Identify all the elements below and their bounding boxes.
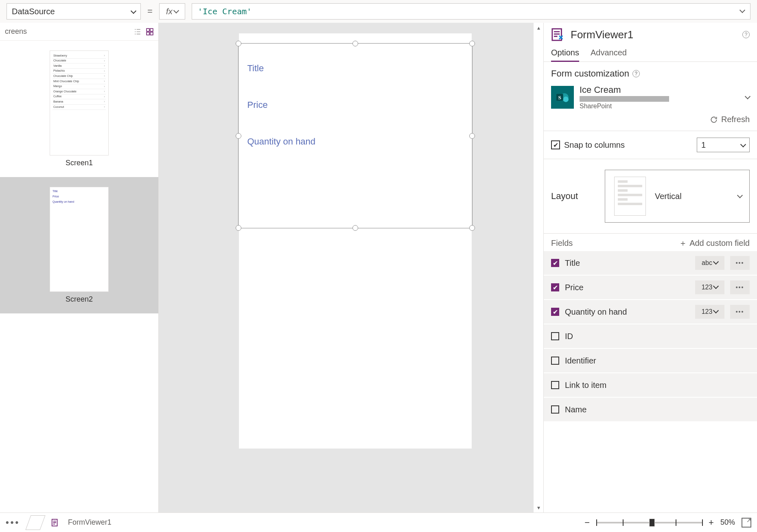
field-row[interactable]: ID bbox=[544, 324, 757, 349]
columns-select[interactable]: 1 bbox=[697, 138, 750, 152]
field-row[interactable]: ✔Titleabc ••• bbox=[544, 251, 757, 276]
layout-selector[interactable]: Vertical bbox=[605, 170, 750, 223]
plus-icon: ＋ bbox=[679, 238, 687, 249]
thumb-list-item: Orange Chocolate› bbox=[53, 89, 106, 94]
properties-pane: FormViewer1 ? Options Advanced Form cust… bbox=[543, 23, 757, 512]
thumb-list-item: Mint Chocolate Chip› bbox=[53, 79, 106, 84]
status-bar: ••• FormViewer1 − + 50% bbox=[0, 512, 757, 532]
fx-button[interactable]: fx bbox=[159, 3, 185, 20]
zoom-out-button[interactable]: − bbox=[584, 517, 590, 528]
checkbox-icon bbox=[551, 381, 559, 389]
field-row[interactable]: ✔Quantity on hand123 ••• bbox=[544, 300, 757, 324]
thumb-list-item: Coconut› bbox=[53, 105, 106, 110]
scroll-up-icon[interactable]: ▴ bbox=[537, 24, 540, 31]
control-name: FormViewer1 bbox=[571, 28, 737, 41]
thumb-list-item: Coffee› bbox=[53, 94, 106, 100]
field-type-selector[interactable]: 123 bbox=[695, 280, 724, 294]
list-view-icon[interactable] bbox=[134, 28, 141, 35]
zoom-in-button[interactable]: + bbox=[709, 517, 714, 528]
canvas[interactable]: Title Price Quantity on hand ▴ ▾ bbox=[159, 23, 543, 512]
chevron-down-icon bbox=[714, 308, 718, 315]
zoom-slider[interactable] bbox=[596, 522, 702, 523]
equals-sign: = bbox=[147, 6, 153, 17]
svg-point-7 bbox=[563, 96, 569, 102]
field-more-button[interactable]: ••• bbox=[730, 256, 750, 270]
field-type-selector[interactable]: abc bbox=[695, 256, 724, 270]
svg-rect-3 bbox=[150, 32, 153, 35]
screen-name: Screen1 bbox=[66, 159, 93, 167]
add-custom-field-button[interactable]: ＋ Add custom field bbox=[679, 238, 750, 249]
datasource-name: Ice Cream bbox=[580, 85, 740, 95]
form-field-label: Quantity on hand bbox=[247, 136, 316, 147]
layout-value: Vertical bbox=[655, 192, 682, 201]
breadcrumb-name: FormViewer1 bbox=[68, 518, 112, 527]
thumb-field-label: Title bbox=[53, 190, 106, 193]
field-more-button[interactable]: ••• bbox=[730, 280, 750, 294]
thumb-list-item: Chocolate› bbox=[53, 59, 106, 64]
help-icon[interactable]: ? bbox=[742, 31, 750, 38]
screen-name: Screen2 bbox=[66, 295, 93, 304]
fx-label: fx bbox=[166, 7, 173, 16]
form-selection[interactable]: Title Price Quantity on hand bbox=[238, 43, 473, 228]
scroll-down-icon[interactable]: ▾ bbox=[537, 504, 540, 511]
svg-rect-1 bbox=[150, 28, 153, 31]
field-name: Link to item bbox=[565, 381, 750, 390]
tab-options[interactable]: Options bbox=[551, 46, 579, 61]
tab-advanced[interactable]: Advanced bbox=[591, 46, 627, 61]
redacted-text bbox=[580, 96, 669, 102]
formula-input[interactable]: 'Ice Cream' bbox=[192, 3, 750, 20]
svg-text:S: S bbox=[558, 94, 561, 101]
canvas-scrollbar[interactable]: ▴ ▾ bbox=[534, 23, 543, 512]
chevron-down-icon bbox=[714, 259, 718, 267]
chevron-down-icon bbox=[746, 93, 750, 102]
fit-to-window-icon[interactable] bbox=[742, 518, 751, 528]
property-selector[interactable]: DataSource bbox=[7, 3, 141, 20]
form-field-label: Price bbox=[247, 100, 268, 110]
breadcrumb-chip[interactable] bbox=[26, 515, 46, 530]
svg-rect-2 bbox=[147, 32, 149, 35]
field-row[interactable]: Identifier bbox=[544, 349, 757, 373]
phone-frame: Title Price Quantity on hand bbox=[239, 33, 472, 449]
resize-handle[interactable] bbox=[352, 41, 358, 46]
checkbox-icon bbox=[551, 405, 559, 414]
screen-thumbnail[interactable]: TitlePriceQuantity on hand Screen2 bbox=[0, 177, 158, 313]
field-name: Price bbox=[565, 283, 689, 292]
resize-handle[interactable] bbox=[236, 133, 241, 139]
field-more-button[interactable]: ••• bbox=[730, 305, 750, 319]
screen-thumbnail[interactable]: Strawberry›Chocolate›Vanilla›Pistachio›C… bbox=[0, 41, 158, 177]
field-row[interactable]: Link to item bbox=[544, 373, 757, 398]
svg-rect-0 bbox=[147, 28, 149, 31]
thumbnail-view-icon[interactable] bbox=[146, 28, 153, 35]
chevron-down-icon bbox=[740, 8, 744, 15]
refresh-button[interactable]: Refresh bbox=[551, 115, 750, 124]
resize-handle[interactable] bbox=[236, 41, 241, 46]
chevron-down-icon bbox=[174, 9, 178, 15]
more-icon[interactable]: ••• bbox=[6, 517, 20, 528]
thumb-list-item: Mango› bbox=[53, 84, 106, 90]
chevron-down-icon bbox=[741, 140, 745, 150]
field-type-selector[interactable]: 123 bbox=[695, 305, 724, 319]
form-customization-label: Form customization bbox=[551, 68, 629, 79]
zoom-control: − + 50% bbox=[584, 517, 751, 528]
columns-value: 1 bbox=[701, 140, 706, 150]
formula-value: 'Ice Cream' bbox=[198, 7, 740, 16]
checkbox-icon: ✔ bbox=[551, 140, 560, 149]
checkbox-icon: ✔ bbox=[551, 283, 559, 291]
resize-handle[interactable] bbox=[236, 225, 241, 231]
resize-handle[interactable] bbox=[469, 225, 475, 231]
field-name: Name bbox=[565, 405, 750, 414]
thumb-list-item: Banana› bbox=[53, 99, 106, 105]
resize-handle[interactable] bbox=[469, 133, 475, 139]
datasource-selector[interactable]: S Ice Cream SharePoint bbox=[551, 85, 750, 110]
thumb-list-item: Pistachio› bbox=[53, 69, 106, 74]
resize-handle[interactable] bbox=[469, 41, 475, 46]
resize-handle[interactable] bbox=[352, 225, 358, 231]
field-row[interactable]: Name bbox=[544, 398, 757, 422]
thumb-field-label: Price bbox=[53, 195, 106, 198]
field-row[interactable]: ✔Price123 ••• bbox=[544, 276, 757, 300]
checkbox-icon: ✔ bbox=[551, 259, 559, 267]
snap-to-columns-checkbox[interactable]: ✔ Snap to columns bbox=[551, 140, 625, 150]
help-icon[interactable]: ? bbox=[632, 70, 640, 77]
checkbox-icon bbox=[551, 332, 559, 340]
thumb-list-item: Strawberry› bbox=[53, 53, 106, 59]
